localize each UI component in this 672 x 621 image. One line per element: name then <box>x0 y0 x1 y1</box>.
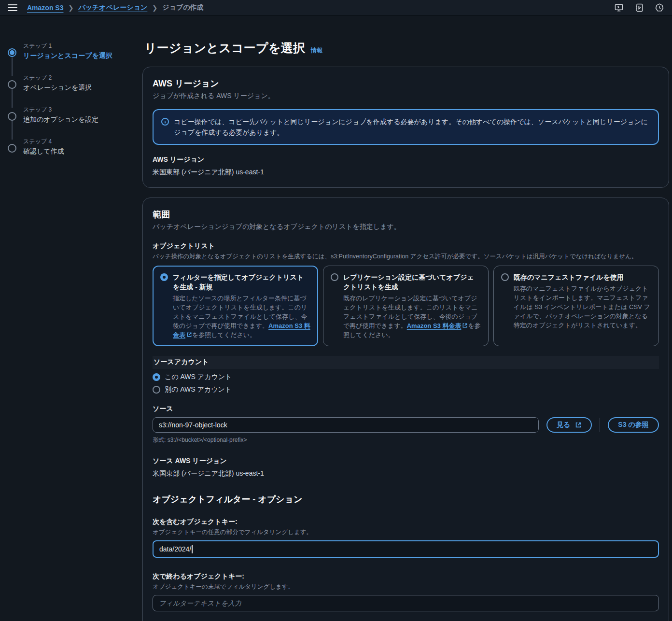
vertical-divider <box>600 418 600 432</box>
tile-description: 指定したソースの場所とフィルター条件に基づいてオブジェクトリストを生成します。こ… <box>173 294 310 339</box>
ends-with-key-input[interactable] <box>153 595 659 611</box>
scope-section-description: バッチオペレーションジョブの対象となるオブジェクトのリストを指定します。 <box>153 223 659 231</box>
view-button[interactable]: 見る <box>546 417 592 433</box>
aws-region-label: AWS リージョン <box>153 155 659 164</box>
tile-description: 既存のレプリケーション設定に基づいてオブジェクトリストを生成します。このリストを… <box>343 294 481 339</box>
contains-key-label: 次を含むオブジェクトキー: <box>153 518 659 526</box>
radio-unchecked-icon <box>501 273 509 281</box>
source-account-label: ソースアカウント <box>154 358 655 367</box>
tile-use-existing-manifest[interactable]: 既存のマニフェストファイルを使用 既存のマニフェストファイルからオブジェクトリス… <box>493 266 659 346</box>
contains-key-value: data/2024/ <box>159 545 191 553</box>
tile-description: 既存のマニフェストファイルからオブジェクトリストをインポートします。マニフェスト… <box>514 284 651 330</box>
breadcrumb-link-amazon-s3[interactable]: Amazon S3 <box>27 4 63 12</box>
info-alert: コピー操作では、コピー先バケットと同じリージョンにジョブを作成する必要があります… <box>153 109 659 145</box>
radio-checked-icon <box>153 373 160 381</box>
step-3-eyebrow: ステップ 3 <box>23 106 98 114</box>
browse-s3-button[interactable]: S3 の参照 <box>608 417 658 433</box>
chevron-right-icon: ❯ <box>152 4 157 12</box>
text-cursor <box>192 545 193 553</box>
hamburger-menu-icon[interactable] <box>8 4 17 11</box>
step-item-2: ステップ 2 オペレーションを選択 <box>8 74 135 106</box>
aws-region-section: AWS リージョン ジョブが作成される AWS リージョン。 コピー操作では、コ… <box>142 67 669 188</box>
breadcrumb: Amazon S3 ❯ バッチオペレーション ❯ ジョブの作成 <box>27 3 204 12</box>
source-label: ソース <box>153 405 659 413</box>
step-4-radio-indicator-icon <box>8 144 16 153</box>
step-1-link[interactable]: リージョンとスコープを選択 <box>23 52 112 60</box>
s3-pricing-link[interactable]: Amazon S3 料金表 <box>407 322 462 329</box>
step-4-link[interactable]: 確認して作成 <box>23 147 64 156</box>
region-section-title: AWS リージョン <box>153 78 659 89</box>
step-3-link[interactable]: 追加のオプションを設定 <box>23 115 98 124</box>
cloudshell-icon[interactable] <box>614 3 624 13</box>
radio-label: この AWS アカウント <box>165 373 232 381</box>
ends-with-key-label: 次で終わるオブジェクトキー: <box>153 572 659 581</box>
source-account-label-row: ソースアカウント <box>153 356 659 369</box>
settings-icon[interactable] <box>655 3 664 13</box>
tile-generate-from-replication[interactable]: レプリケーション設定に基づいてオブジェクトリストを生成 既存のレプリケーション設… <box>323 266 489 346</box>
radio-label: 別の AWS アカウント <box>165 385 232 394</box>
step-item-4: ステップ 4 確認して作成 <box>8 138 135 169</box>
scope-section: 範囲 バッチオペレーションジョブの対象となるオブジェクトのリストを指定します。 … <box>142 198 669 621</box>
object-list-label: オブジェクトリスト <box>153 242 659 251</box>
tile-generate-with-filter[interactable]: フィルターを指定してオブジェクトリストを生成 - 新規 指定したソースの場所とフ… <box>153 266 318 346</box>
documentation-icon[interactable] <box>634 3 644 13</box>
radio-other-aws-account[interactable]: 別の AWS アカウント <box>153 385 659 394</box>
object-filter-heading: オブジェクトフィルター - オプション <box>153 494 659 505</box>
page-title: リージョンとスコープを選択 <box>144 40 305 56</box>
tile-title: 既存のマニフェストファイルを使用 <box>514 272 624 282</box>
step-2-eyebrow: ステップ 2 <box>23 74 92 82</box>
source-format-hint: 形式: s3://<bucket>/<optional-prefix> <box>153 436 659 444</box>
aws-region-value: 米国東部 (バージニア北部) us-east-1 <box>153 168 659 177</box>
step-item-3: ステップ 3 追加のオプションを設定 <box>8 106 135 138</box>
info-alert-text: コピー操作では、コピー先バケットと同じリージョンにジョブを作成する必要があります… <box>174 116 650 138</box>
object-list-description: バッチ操作の対象となるオブジェクトのリストを生成するには、s3:PutInven… <box>153 253 659 261</box>
radio-unchecked-icon <box>153 386 160 394</box>
step-2-radio-indicator-icon <box>8 80 16 89</box>
step-1-radio-indicator-icon <box>8 48 16 57</box>
info-icon <box>161 118 169 138</box>
external-link-icon <box>185 331 192 339</box>
step-2-link[interactable]: オペレーションを選択 <box>23 84 92 92</box>
radio-this-aws-account[interactable]: この AWS アカウント <box>153 373 659 381</box>
top-navigation-bar: Amazon S3 ❯ バッチオペレーション ❯ ジョブの作成 <box>0 0 672 16</box>
chevron-right-icon: ❯ <box>68 4 73 12</box>
source-input[interactable] <box>153 417 539 433</box>
external-link-icon <box>574 422 582 428</box>
object-list-options: フィルターを指定してオブジェクトリストを生成 - 新規 指定したソースの場所とフ… <box>153 266 659 346</box>
source-region-value: 米国東部 (バージニア北部) us-east-1 <box>153 469 659 478</box>
breadcrumb-link-batch-operations[interactable]: バッチオペレーション <box>78 3 147 12</box>
tile-title: フィルターを指定してオブジェクトリストを生成 - 新規 <box>173 272 310 292</box>
source-region-label: ソース AWS リージョン <box>153 457 659 466</box>
wizard-steps-nav: ステップ 1 リージョンとスコープを選択 ステップ 2 オペレーションを選択 ス… <box>8 16 135 621</box>
ends-with-key-description: オブジェクトキーの末尾でフィルタリングします。 <box>153 583 659 591</box>
scope-section-title: 範囲 <box>153 209 659 220</box>
step-1-eyebrow: ステップ 1 <box>23 42 112 50</box>
contains-key-input[interactable]: data/2024/ <box>153 540 659 558</box>
step-3-radio-indicator-icon <box>8 112 16 121</box>
region-section-description: ジョブが作成される AWS リージョン。 <box>153 92 659 100</box>
step-4-eyebrow: ステップ 4 <box>23 138 64 146</box>
radio-checked-icon <box>160 273 168 281</box>
contains-key-description: オブジェクトキーの任意の部分でフィルタリングします。 <box>153 528 659 536</box>
step-item-1: ステップ 1 リージョンとスコープを選択 <box>8 42 135 74</box>
info-link[interactable]: 情報 <box>311 46 322 55</box>
breadcrumb-current-page: ジョブの作成 <box>162 3 203 12</box>
tile-title: レプリケーション設定に基づいてオブジェクトリストを生成 <box>343 272 481 292</box>
external-link-icon <box>461 322 468 329</box>
radio-unchecked-icon <box>331 273 338 281</box>
